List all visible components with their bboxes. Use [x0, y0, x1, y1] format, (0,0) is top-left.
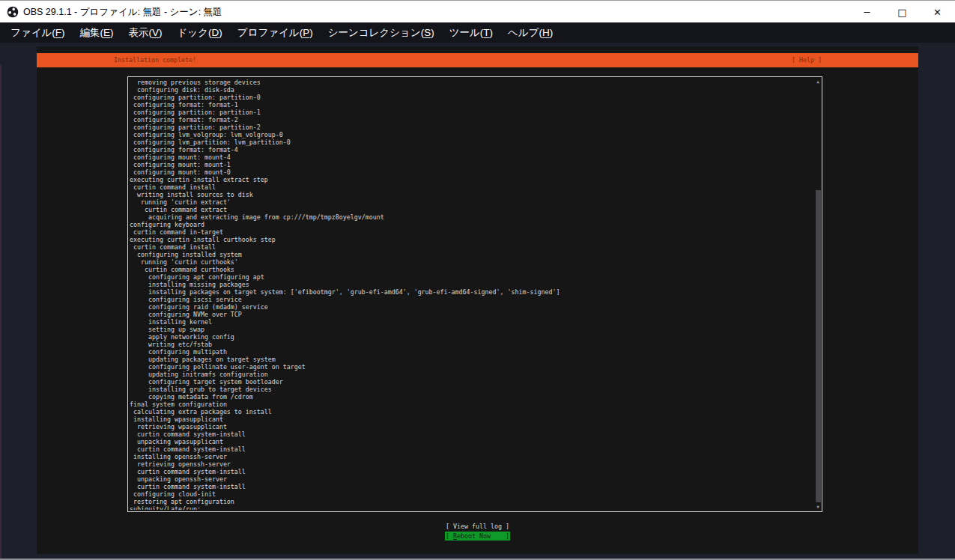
obs-window: OBS 29.1.1 - プロファイル: 無題 - シーン: 無題 ─ □ ✕ …	[0, 0, 955, 560]
scrollbar-thumb[interactable]	[816, 190, 821, 502]
titlebar: OBS 29.1.1 - プロファイル: 無題 - シーン: 無題 ─ □ ✕	[0, 0, 955, 22]
menu-item-tools[interactable]: ツール(T)	[442, 22, 500, 43]
menu-item-file[interactable]: ファイル(F)	[3, 22, 73, 43]
install-log[interactable]: removing previous storage devices config…	[130, 79, 813, 510]
menu-item-scene-collection[interactable]: シーンコレクション(S)	[321, 22, 442, 43]
close-button[interactable]: ✕	[920, 1, 955, 23]
menubar: ファイル(F)編集(E)表示(V)ドック(D)プロファイル(P)シーンコレクショ…	[0, 22, 955, 43]
minimize-icon: ─	[864, 7, 870, 18]
captured-frame: Installation complete! [ Help ] removing…	[37, 46, 918, 554]
scroll-up-icon[interactable]: ▲	[815, 79, 821, 85]
reboot-now-button[interactable]: [ Reboot Now ]	[445, 532, 510, 541]
scroll-down-icon[interactable]: ▼	[815, 504, 821, 510]
menu-item-edit[interactable]: 編集(E)	[73, 22, 121, 43]
window-title: OBS 29.1.1 - プロファイル: 無題 - シーン: 無題	[23, 1, 222, 23]
installer-header-bar: Installation complete! [ Help ]	[37, 53, 918, 67]
minimize-button[interactable]: ─	[849, 1, 885, 23]
menu-item-help[interactable]: ヘルプ(H)	[500, 22, 560, 43]
installer-actions: [ View full log ] [ Reboot Now ]	[37, 523, 918, 541]
view-full-log-button[interactable]: [ View full log ]	[446, 523, 509, 531]
reboot-label-rest: eboot Now	[457, 532, 491, 540]
obs-logo-icon	[7, 6, 19, 18]
installer-title: Installation complete!	[114, 53, 196, 67]
maximize-button[interactable]: □	[885, 1, 920, 23]
close-icon: ✕	[933, 7, 942, 18]
reboot-label-suffix: ]	[491, 532, 509, 540]
install-log-box: removing previous storage devices config…	[127, 76, 822, 512]
preview-area: Installation complete! [ Help ] removing…	[0, 43, 955, 560]
menu-item-view[interactable]: 表示(V)	[121, 22, 170, 43]
window-controls: ─ □ ✕	[849, 1, 955, 23]
menu-item-profile[interactable]: プロファイル(P)	[230, 22, 321, 43]
reboot-label-prefix: [	[446, 532, 453, 540]
menu-item-docks[interactable]: ドック(D)	[170, 22, 230, 43]
help-button[interactable]: [ Help ]	[792, 53, 822, 67]
window-left-edge	[0, 65, 1, 560]
maximize-icon: □	[897, 7, 906, 18]
